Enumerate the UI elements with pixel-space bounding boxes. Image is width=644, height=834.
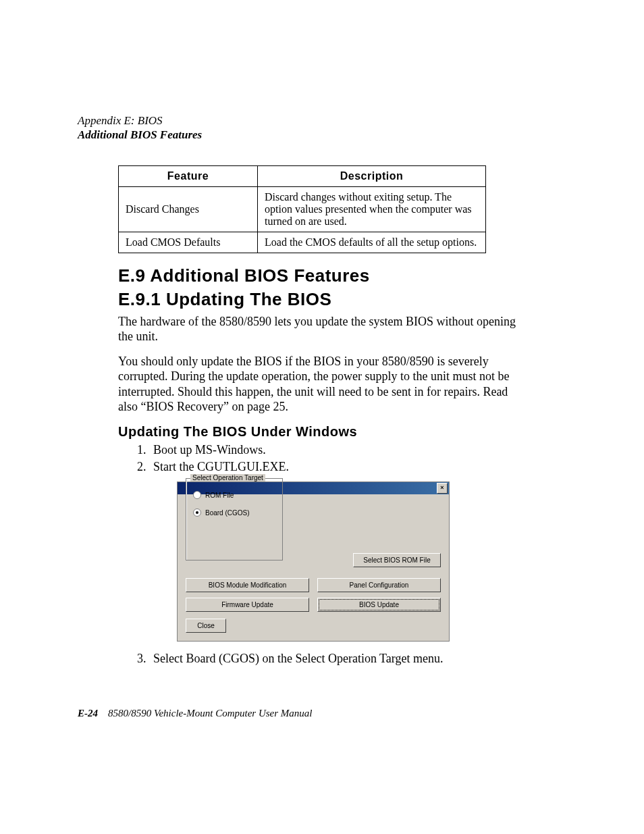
radio-label: ROM File [205, 492, 234, 499]
page-footer: E-24 8580/8590 Vehicle-Mount Computer Us… [78, 708, 312, 719]
list-item: Start the CGUTLGUI.EXE. [149, 459, 527, 475]
fieldset-legend: Select Operation Target [190, 474, 265, 481]
list-item: Boot up MS-Windows. [149, 442, 527, 458]
radio-label: Board (CGOS) [205, 509, 250, 517]
header-appendix: Appendix E: BIOS [78, 113, 566, 128]
heading-e9-1: E.9.1 Updating The BIOS [118, 289, 566, 310]
list-item: Select Board (CGOS) on the Select Operat… [149, 651, 527, 667]
table-row: Load CMOS Defaults Load the CMOS default… [119, 232, 486, 253]
page-header: Appendix E: BIOS Additional BIOS Feature… [78, 113, 566, 142]
cell-description: Load the CMOS defaults of all the setup … [258, 232, 486, 253]
th-description: Description [258, 165, 486, 186]
close-icon[interactable]: × [437, 483, 448, 494]
table-header-row: Feature Description [119, 165, 486, 186]
bios-update-button[interactable]: BIOS Update [317, 598, 441, 612]
cell-feature: Discard Changes [119, 186, 258, 232]
heading-e9: E.9 Additional BIOS Features [118, 265, 566, 286]
select-bios-rom-file-button[interactable]: Select BIOS ROM File [353, 553, 441, 567]
table-row: Discard Changes Discard changes without … [119, 186, 486, 232]
steps-list: Boot up MS-Windows. Start the CGUTLGUI.E… [136, 442, 527, 475]
th-feature: Feature [119, 165, 258, 186]
cell-feature: Load CMOS Defaults [119, 232, 258, 253]
page-number: E-24 [78, 708, 98, 719]
close-button[interactable]: Close [186, 619, 226, 633]
radio-rom-file[interactable]: ROM File [193, 491, 277, 499]
header-section: Additional BIOS Features [78, 128, 566, 142]
radio-icon [193, 491, 201, 499]
radio-board-cgos[interactable]: Board (CGOS) [193, 509, 277, 517]
paragraph: The hardware of the 8580/8590 lets you u… [118, 314, 530, 344]
heading-sub: Updating The BIOS Under Windows [118, 424, 566, 440]
bios-features-table: Feature Description Discard Changes Disc… [118, 165, 486, 253]
footer-title: 8580/8590 Vehicle-Mount Computer User Ma… [108, 708, 312, 719]
radio-icon [193, 509, 201, 517]
panel-configuration-button[interactable]: Panel Configuration [317, 578, 441, 592]
select-operation-target-group: Select Operation Target ROM File Board (… [186, 478, 283, 561]
bios-utility-dialog: × Select Operation Target ROM File Board… [177, 481, 450, 642]
steps-list-cont: Select Board (CGOS) on the Select Operat… [136, 651, 527, 667]
firmware-update-button[interactable]: Firmware Update [186, 598, 309, 612]
cell-description: Discard changes without exiting setup. T… [258, 186, 486, 232]
paragraph: You should only update the BIOS if the B… [118, 354, 530, 415]
bios-module-modification-button[interactable]: BIOS Module Modification [186, 578, 309, 592]
